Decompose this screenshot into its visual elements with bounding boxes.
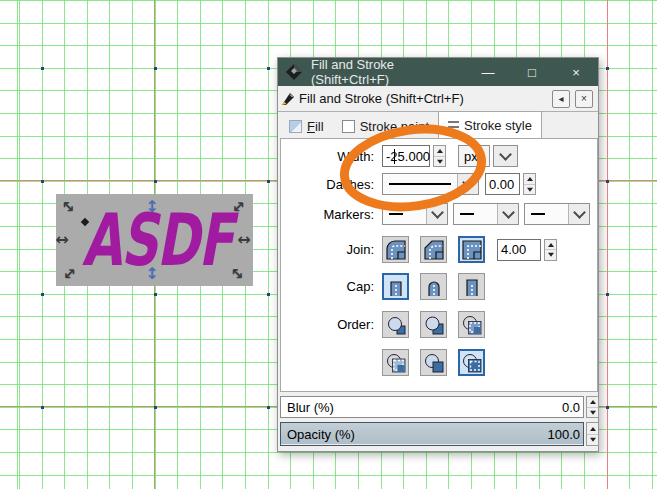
- close-button[interactable]: ×: [554, 58, 598, 86]
- unit-select[interactable]: px: [458, 145, 490, 167]
- grid-major-dot: [267, 180, 270, 183]
- tab-fill[interactable]: Fill: [280, 115, 333, 138]
- miter-limit-spinner[interactable]: [544, 239, 557, 261]
- chevron-down-icon: [431, 206, 444, 219]
- join-round-icon: [386, 240, 406, 260]
- selection-handle-s[interactable]: ↕: [142, 263, 162, 283]
- paint-order-icon-4: [386, 353, 406, 373]
- fill-swatch-icon: [289, 120, 302, 133]
- canvas-text-object[interactable]: ASDF: [82, 212, 232, 268]
- join-round-button[interactable]: [382, 236, 409, 263]
- tab-stroke-style[interactable]: Stroke style: [438, 111, 542, 138]
- blur-value: 0.0: [562, 400, 580, 415]
- paint-order-option-5[interactable]: [420, 349, 447, 376]
- grid-major-dot: [41, 67, 44, 70]
- panel-header: Fill and Stroke (Shift+Ctrl+F) ◂ ×: [278, 86, 598, 112]
- opacity-slider[interactable]: Opacity (%) 100.0: [280, 422, 584, 446]
- blur-label: Blur (%): [287, 400, 334, 415]
- dialog-titlebar[interactable]: Fill and Stroke (Shift+Ctrl+F) — □ ×: [278, 58, 598, 86]
- tab-bar: Fill Stroke paint Stroke style: [280, 111, 596, 138]
- order-label: Order:: [278, 317, 382, 332]
- inkscape-logo-icon: [285, 63, 303, 81]
- panel-title: Fill and Stroke (Shift+Ctrl+F): [299, 91, 464, 106]
- checkbox-icon: [342, 120, 355, 133]
- fill-and-stroke-dialog: Fill and Stroke (Shift+Ctrl+F) — □ × Fil…: [277, 57, 599, 452]
- tab-stroke-paint[interactable]: Stroke paint: [333, 115, 438, 138]
- opacity-label: Opacity (%): [287, 427, 355, 442]
- paint-order-option-1[interactable]: [382, 311, 409, 338]
- cap-square-button[interactable]: [458, 273, 485, 300]
- text-caret: [394, 149, 395, 164]
- opacity-value: 100.0: [547, 427, 580, 442]
- paint-order-icon-5: [424, 353, 444, 373]
- chevron-down-icon: [499, 148, 512, 161]
- screenshot-stage: ASDF ↔ ↕ ↔ ↔ ↔ ↔ ↕ ↔ Fill and Stroke (Sh…: [0, 0, 657, 489]
- dash-pattern-icon: [383, 174, 457, 194]
- join-miter-icon: [462, 240, 482, 260]
- grid-major-dot: [41, 293, 44, 296]
- dashes-select[interactable]: [382, 173, 479, 195]
- join-bevel-button[interactable]: [420, 236, 447, 263]
- grid-major-dot: [606, 406, 609, 409]
- grid-major-dot: [154, 406, 157, 409]
- width-spinner[interactable]: [433, 145, 446, 167]
- minimize-button[interactable]: —: [466, 58, 510, 86]
- cap-label: Cap:: [278, 279, 382, 294]
- blur-slider[interactable]: Blur (%) 0.0: [280, 396, 584, 418]
- grid-major-vline-red: [607, 0, 608, 489]
- paint-order-icon-1: [386, 315, 406, 335]
- dash-offset-input[interactable]: 0.00: [485, 173, 520, 195]
- grid-major-dot: [267, 67, 270, 70]
- grid-major-dot: [154, 67, 157, 70]
- paint-order-option-2[interactable]: [420, 311, 447, 338]
- join-bevel-icon: [424, 240, 444, 260]
- cap-round-button[interactable]: [420, 273, 447, 300]
- grid-major-dot: [267, 293, 270, 296]
- dashes-dropdown-button[interactable]: [457, 174, 478, 194]
- grid-major-dot: [41, 406, 44, 409]
- grid-major-dot: [154, 293, 157, 296]
- marker-preview-dash: [383, 204, 426, 224]
- selection-handle-w[interactable]: ↔: [52, 229, 72, 249]
- paint-order-icon-6: [462, 353, 482, 373]
- chevron-down-icon: [462, 176, 475, 189]
- paint-order-option-6[interactable]: [458, 349, 485, 376]
- window-title: Fill and Stroke (Shift+Ctrl+F): [311, 57, 466, 87]
- join-label: Join:: [278, 242, 382, 257]
- panel-dock-button[interactable]: ◂: [552, 90, 570, 108]
- paint-order-option-4[interactable]: [382, 349, 409, 376]
- marker-start-select[interactable]: [382, 203, 448, 225]
- maximize-button[interactable]: □: [510, 58, 554, 86]
- cap-round-icon: [424, 277, 444, 297]
- selection-handle-n[interactable]: ↕: [142, 196, 162, 216]
- paint-order-icon-2: [424, 315, 444, 335]
- opacity-spinner[interactable]: [586, 422, 599, 446]
- paint-order-option-3[interactable]: [458, 311, 485, 338]
- selection-handle-e[interactable]: ↔: [234, 229, 254, 249]
- grid-major-dot: [606, 293, 609, 296]
- dashes-label: Dashes:: [278, 177, 382, 192]
- cap-butt-button[interactable]: [382, 273, 409, 300]
- marker-end-dropdown-button[interactable]: [568, 204, 589, 224]
- width-input[interactable]: -25.000: [382, 145, 430, 167]
- join-miter-button[interactable]: [458, 236, 485, 263]
- marker-mid-dropdown-button[interactable]: [497, 204, 518, 224]
- grid-major-dot: [41, 180, 44, 183]
- dash-offset-spinner[interactable]: [523, 173, 536, 195]
- grid-major-dot: [606, 180, 609, 183]
- panel-close-button[interactable]: ×: [575, 90, 593, 108]
- stroke-style-icon: [448, 121, 459, 132]
- blur-spinner[interactable]: [586, 396, 599, 418]
- marker-mid-select[interactable]: [453, 203, 519, 225]
- marker-start-dropdown-button[interactable]: [426, 204, 447, 224]
- miter-limit-input[interactable]: 4.00: [497, 239, 541, 261]
- width-label: Width:: [278, 149, 382, 164]
- paint-order-icon-3: [462, 315, 482, 335]
- fill-stroke-pen-icon: [280, 91, 296, 107]
- chevron-down-icon: [502, 206, 515, 219]
- marker-end-select[interactable]: [524, 203, 590, 225]
- unit-dropdown-button[interactable]: [493, 145, 518, 167]
- chevron-down-icon: [573, 206, 586, 219]
- cap-square-icon: [462, 277, 482, 297]
- markers-label: Markers:: [278, 207, 382, 222]
